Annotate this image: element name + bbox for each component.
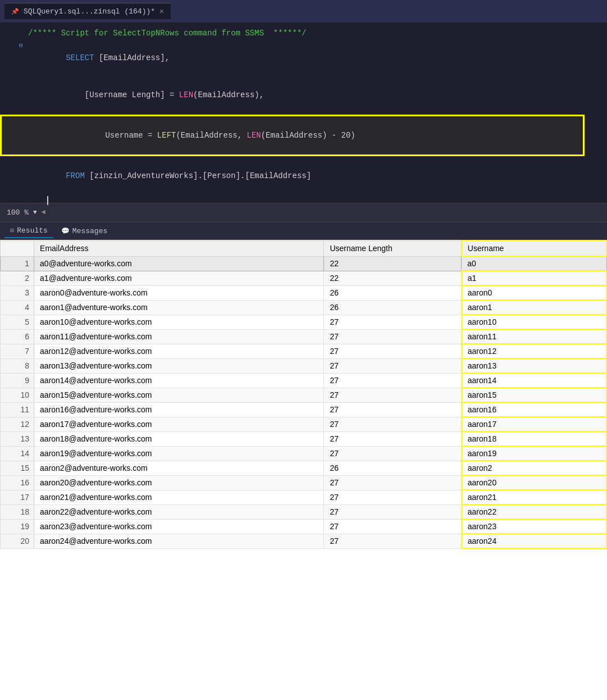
cell-length: 27	[324, 373, 462, 388]
cell-rownum: 6	[1, 329, 34, 344]
cell-length: 26	[324, 461, 462, 475]
cell-username: aaron18	[462, 431, 606, 446]
cell-length: 27	[324, 431, 462, 446]
cell-rownum: 7	[1, 344, 34, 358]
title-bar: 📌 SQLQuery1.sql...zinsql (164))* ✕	[0, 0, 607, 22]
table-row[interactable]: 15aaron2@adventure-works.com26aaron2	[1, 461, 607, 475]
table-row[interactable]: 20aaron24@adventure-works.com27aaron24	[1, 534, 607, 548]
cell-email: aaron0@adventure-works.com	[34, 285, 324, 300]
cell-username: aaron2	[462, 461, 606, 475]
table-row[interactable]: 2a1@adventure-works.com22a1	[1, 271, 607, 285]
table-row[interactable]: 11aaron16@adventure-works.com27aaron16	[1, 402, 607, 417]
table-row[interactable]: 10aaron15@adventure-works.com27aaron15	[1, 388, 607, 402]
results-tab-label: Results	[17, 226, 48, 235]
cell-email: aaron13@adventure-works.com	[34, 358, 324, 373]
tab-messages[interactable]: 💬 Messages	[56, 225, 113, 238]
table-row[interactable]: 8aaron13@adventure-works.com27aaron13	[1, 358, 607, 373]
editor-tab[interactable]: 📌 SQLQuery1.sql...zinsql (164))* ✕	[4, 3, 171, 19]
cell-email: a0@adventure-works.com	[34, 256, 324, 271]
table-row[interactable]: 12aaron17@adventure-works.com27aaron17	[1, 417, 607, 431]
results-table: EmailAddress Username Length Username 1a…	[0, 240, 607, 549]
zoom-label: 100 %	[7, 208, 29, 217]
cell-rownum: 14	[1, 446, 34, 461]
table-header-row: EmailAddress Username Length Username	[1, 240, 607, 256]
username-left-code: Username = LEFT(EmailAddress, LEN(EmailA…	[30, 117, 581, 154]
cell-username: aaron0	[462, 285, 606, 300]
messages-icon: 💬	[61, 227, 70, 235]
select-code: SELECT [EmailAddress],	[28, 39, 605, 76]
cell-username: a0	[462, 256, 606, 271]
table-row[interactable]: 19aaron23@adventure-works.com27aaron23	[1, 519, 607, 534]
cell-username: aaron22	[462, 504, 606, 519]
cell-length: 27	[324, 358, 462, 373]
cell-username: aaron21	[462, 490, 606, 504]
from-line: FROM [zinzin_AdventureWorks].[Person].[E…	[0, 157, 607, 194]
cell-length: 27	[324, 504, 462, 519]
cell-length: 27	[324, 519, 462, 534]
editor-area[interactable]: /***** Script for SelectTopNRows command…	[0, 22, 607, 203]
table-body: 1a0@adventure-works.com22a02a1@adventure…	[1, 256, 607, 548]
cell-length: 27	[324, 329, 462, 344]
table-row[interactable]: 5aaron10@adventure-works.com27aaron10	[1, 315, 607, 329]
table-row[interactable]: 16aaron20@adventure-works.com27aaron20	[1, 475, 607, 490]
cell-rownum: 9	[1, 373, 34, 388]
cell-username: aaron1	[462, 300, 606, 315]
table-row[interactable]: 17aaron21@adventure-works.com27aaron21	[1, 490, 607, 504]
cell-username: aaron17	[462, 417, 606, 431]
cell-email: aaron24@adventure-works.com	[34, 534, 324, 548]
cell-length: 27	[324, 344, 462, 358]
from-code: FROM [zinzin_AdventureWorks].[Person].[E…	[28, 157, 605, 194]
cell-username: aaron11	[462, 329, 606, 344]
tab-label: SQLQuery1.sql...zinsql (164))*	[24, 7, 155, 16]
cell-rownum: 20	[1, 534, 34, 548]
table-row[interactable]: 13aaron18@adventure-works.com27aaron18	[1, 431, 607, 446]
cell-length: 22	[324, 271, 462, 285]
cell-username: aaron15	[462, 388, 606, 402]
tab-close-icon[interactable]: ✕	[159, 7, 164, 16]
cell-length: 27	[324, 315, 462, 329]
cell-email: aaron23@adventure-works.com	[34, 519, 324, 534]
results-icon: ⊞	[10, 226, 14, 235]
zoom-dropdown-arrow[interactable]: ▼	[33, 209, 37, 216]
select-line: ⊟ SELECT [EmailAddress],	[0, 39, 607, 76]
cell-length: 27	[324, 417, 462, 431]
table-row[interactable]: 9aaron14@adventure-works.com27aaron14	[1, 373, 607, 388]
col-header-length: Username Length	[324, 240, 462, 256]
cell-rownum: 16	[1, 475, 34, 490]
cell-email: aaron15@adventure-works.com	[34, 388, 324, 402]
cell-username: aaron14	[462, 373, 606, 388]
cursor-line	[0, 194, 607, 207]
table-row[interactable]: 3aaron0@adventure-works.com26aaron0	[1, 285, 607, 300]
cell-length: 27	[324, 534, 462, 548]
cell-rownum: 17	[1, 490, 34, 504]
tab-results[interactable]: ⊞ Results	[4, 224, 53, 238]
cell-rownum: 4	[1, 300, 34, 315]
cell-username: aaron13	[462, 358, 606, 373]
table-row[interactable]: 14aaron19@adventure-works.com27aaron19	[1, 446, 607, 461]
table-row[interactable]: 4aaron1@adventure-works.com26aaron1	[1, 300, 607, 315]
cell-rownum: 15	[1, 461, 34, 475]
table-row[interactable]: 7aaron12@adventure-works.com27aaron12	[1, 344, 607, 358]
cell-rownum: 8	[1, 358, 34, 373]
cell-email: aaron22@adventure-works.com	[34, 504, 324, 519]
username-left-line: Username = LEFT(EmailAddress, LEN(EmailA…	[4, 117, 581, 154]
cell-username: aaron23	[462, 519, 606, 534]
username-length-code: [Username Length] = LEN(EmailAddress),	[28, 76, 605, 113]
table-row[interactable]: 18aaron22@adventure-works.com27aaron22	[1, 504, 607, 519]
cell-rownum: 12	[1, 417, 34, 431]
collapse-indicator[interactable]: ⊟	[19, 39, 28, 52]
scroll-left-arrow[interactable]: ◄	[42, 208, 45, 216]
results-wrapper: EmailAddress Username Length Username 1a…	[0, 240, 607, 700]
table-row[interactable]: 1a0@adventure-works.com22a0	[1, 256, 607, 271]
cell-length: 27	[324, 490, 462, 504]
comment-text: /***** Script for SelectTopNRows command…	[28, 27, 605, 39]
pin-icon: 📌	[11, 8, 19, 15]
highlight-box: Username = LEFT(EmailAddress, LEN(EmailA…	[0, 115, 585, 156]
highlighted-line-container: Username = LEFT(EmailAddress, LEN(EmailA…	[0, 115, 585, 156]
table-row[interactable]: 6aaron11@adventure-works.com27aaron11	[1, 329, 607, 344]
cell-username: aaron24	[462, 534, 606, 548]
cell-username: aaron10	[462, 315, 606, 329]
cell-rownum: 19	[1, 519, 34, 534]
cell-email: aaron19@adventure-works.com	[34, 446, 324, 461]
col-header-username: Username	[462, 240, 606, 256]
